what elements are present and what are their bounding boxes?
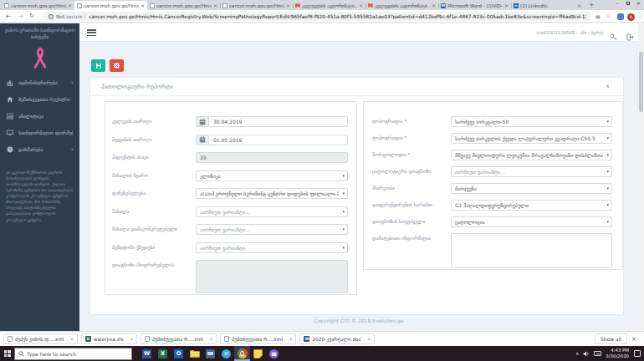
outlook-taskbar-icon[interactable]: O xyxy=(171,346,187,361)
download-menu-icon[interactable]: ∧ xyxy=(368,337,371,341)
forward-icon[interactable]: → xyxy=(18,12,23,21)
download-menu-icon[interactable]: ∧ xyxy=(210,337,212,341)
download-filename: შემთხვევათა რ….xml xyxy=(232,337,283,342)
topography-1-select[interactable]: სარძევე ჯირკვალი-50▾ xyxy=(451,116,612,127)
download-item[interactable]: შემთხვევათა რ….xml∧ xyxy=(141,333,217,344)
browser-tab[interactable]: Mკვლევების ავტორიზაცი...× xyxy=(293,1,365,10)
word-taskbar-icon[interactable]: W xyxy=(139,346,155,361)
browser-tab[interactable]: WMicrosoft Word - COVID-1...× xyxy=(438,1,511,10)
touch-keyboard-icon[interactable] xyxy=(594,351,601,356)
browser-menu-icon[interactable]: ⋮ xyxy=(638,13,644,19)
download-filename: 2020-კვარტალი.doc xyxy=(312,337,361,342)
download-item[interactable]: W2020-კვარტალი.doc∧ xyxy=(299,333,375,344)
diagnosis-basis-select[interactable]: ციტოლოგია▾ xyxy=(451,216,612,227)
profile-avatar[interactable]: A xyxy=(627,13,635,21)
download-item[interactable]: Xwalerjiva.xls∧ xyxy=(81,333,137,344)
coded-diagnosis-textarea xyxy=(196,260,348,293)
caret-down-icon: ▾ xyxy=(607,217,609,227)
reading-list-icon[interactable]: ▤ xyxy=(595,13,601,19)
sidebar-item-administration[interactable]: ადმინისტრირება∨ xyxy=(0,74,79,91)
viber-taskbar-icon[interactable]: ☎ xyxy=(266,346,282,361)
morphology-select[interactable]: მწვავე მიელოიდური ლეიკემია მრავალხაზოვან… xyxy=(451,150,612,160)
browser-tab[interactable]: cancer.moh.gov.ge/Hmis/× xyxy=(220,1,293,10)
field-control: აირჩიეთ ვარიანტი...▾ xyxy=(196,206,348,217)
follow-up-action-select[interactable]: აირჩიეთ ვარიანტი▾ xyxy=(196,242,348,253)
info-icon[interactable]: i xyxy=(49,14,54,19)
cytology-diagnosis-select[interactable]: აირჩიეთ ვარიანტი...▾ xyxy=(451,166,612,177)
edge-taskbar-icon[interactable]: e xyxy=(218,346,234,361)
app-window-taskbar-icon[interactable] xyxy=(202,346,218,361)
sidebar-item-information-forms[interactable]: საინფორმაციო ფორმები xyxy=(0,125,79,141)
form-row: მხარეობამარჯვენა▾ xyxy=(372,183,612,194)
browser-tab[interactable]: cancer.moh.gov.ge/Hmis/× xyxy=(147,1,220,10)
tab-close-icon[interactable]: × xyxy=(286,3,290,8)
download-menu-icon[interactable]: ∧ xyxy=(70,337,73,341)
back-icon[interactable]: ← xyxy=(6,12,12,21)
cancel-button[interactable] xyxy=(110,59,124,72)
clock-time: 4:43 PM xyxy=(606,348,629,353)
excel-taskbar-icon[interactable]: X xyxy=(155,346,171,361)
download-menu-icon[interactable]: ∧ xyxy=(130,337,133,341)
material-source-select[interactable]: კლინიკა▾ xyxy=(196,170,348,181)
tab-close-icon[interactable]: × xyxy=(68,3,72,8)
show-all-downloads-button[interactable]: Show all xyxy=(595,333,627,344)
chevron-down-icon: ∨ xyxy=(71,147,74,151)
windows-logo-icon xyxy=(4,350,11,357)
extension-icon[interactable] xyxy=(617,13,624,20)
institution-select[interactable]: ა(ა)იპ ეროვნული სკრინინგ ცენტრი დიდუბის … xyxy=(196,188,348,199)
taskbar-clock[interactable]: 4:43 PM 3/30/2020 xyxy=(606,348,629,359)
tab-close-icon[interactable]: × xyxy=(213,3,217,8)
start-button[interactable] xyxy=(0,350,14,357)
select-value: ციტოლოგია xyxy=(455,217,603,227)
download-item[interactable]: შემთხვევათა რ….xml∧ xyxy=(220,333,296,344)
chrome-taskbar-icon[interactable] xyxy=(234,346,250,361)
bookmark-star-icon[interactable]: ☆ xyxy=(606,13,611,19)
tab-close-icon[interactable]: × xyxy=(359,3,363,8)
browser-tab[interactable]: in(2) LinkedIn× xyxy=(511,1,584,10)
key-icon[interactable] xyxy=(610,28,617,44)
logout-icon[interactable] xyxy=(626,28,634,44)
close-icon[interactable]: × xyxy=(633,0,644,8)
material-select[interactable]: აირჩიეთ ვარიანტი...▾ xyxy=(196,206,348,217)
tab-close-icon[interactable]: × xyxy=(432,3,436,8)
material-specifier-select[interactable]: აირჩიეთ ვარიანტი...▾ xyxy=(196,224,348,235)
scrollbar[interactable] xyxy=(638,23,644,331)
file-explorer-taskbar-icon[interactable] xyxy=(187,346,202,361)
save-button[interactable] xyxy=(91,59,105,72)
download-item[interactable]: ძუძუს კიბოს ფ….xml∧ xyxy=(3,333,78,344)
tab-close-icon[interactable]: × xyxy=(577,3,581,8)
browser-tab[interactable]: cancer.moh.gov.ge/Hmis/× xyxy=(74,1,147,10)
differentiation-grade-select[interactable]: G1 მაღალდიფერენცირებული▾ xyxy=(451,200,612,211)
select-value: ა(ა)იპ ეროვნული სკრინინგ ცენტრი დიდუბის … xyxy=(200,189,339,199)
address-bar[interactable]: i Not secure cancer.moh.gov.ge/Hmis/Hmis… xyxy=(43,12,591,21)
new-tab-button[interactable]: + xyxy=(587,1,596,9)
maximize-icon[interactable] xyxy=(622,0,633,8)
browser-tab[interactable]: cancer.moh.gov.ge/Hmis/× xyxy=(2,1,74,10)
laterality-select[interactable]: მარჯვენა▾ xyxy=(451,183,612,194)
download-menu-icon[interactable]: ∧ xyxy=(289,337,292,341)
system-tray: ∧ 4:43 PM 3/30/2020 xyxy=(575,346,644,361)
reload-icon[interactable]: ↻ xyxy=(29,12,34,21)
additional-information-textarea[interactable] xyxy=(451,233,612,268)
sidebar-item-case-registry[interactable]: შემთხვევათა რეესტრი xyxy=(0,91,79,108)
close-shelf-icon[interactable]: × xyxy=(627,335,641,343)
tab-close-icon[interactable]: × xyxy=(504,3,509,8)
caret-down-icon: ▾ xyxy=(343,225,345,235)
entry-date-input[interactable]: 01.05.2019 xyxy=(196,135,348,145)
sticky-notes-taskbar-icon[interactable] xyxy=(250,346,266,361)
tab-close-icon[interactable]: × xyxy=(141,3,145,8)
topography-2-select[interactable]: სარძევე ჯირკვლის ქვედა ლატერალური კვადრა… xyxy=(451,133,612,144)
volume-icon[interactable] xyxy=(583,351,590,357)
taskbar-search-input[interactable]: Type here to search xyxy=(14,348,132,360)
sidebar-item-help[interactable]: ?დახმარება∨ xyxy=(0,141,79,158)
hamburger-menu-icon[interactable] xyxy=(87,29,96,38)
exam-date-input[interactable]: 30.04.2019 xyxy=(196,116,348,127)
scrollbar-thumb[interactable] xyxy=(639,52,643,112)
notification-center-icon[interactable] xyxy=(634,350,641,357)
sidebar-item-analytics[interactable]: ანალიტიკა xyxy=(0,108,79,125)
sidebar-note: ეს გვერდი შექმნილია გაეროს მოსახლეობის ფ… xyxy=(6,170,74,223)
minimize-icon[interactable]: – xyxy=(611,0,622,8)
browser-tab[interactable]: Mკვლევების ავტორიზაცი...× xyxy=(365,1,438,10)
collapse-chevron-icon[interactable]: ∧ xyxy=(606,83,610,89)
tray-chevron-icon[interactable]: ∧ xyxy=(575,351,579,356)
